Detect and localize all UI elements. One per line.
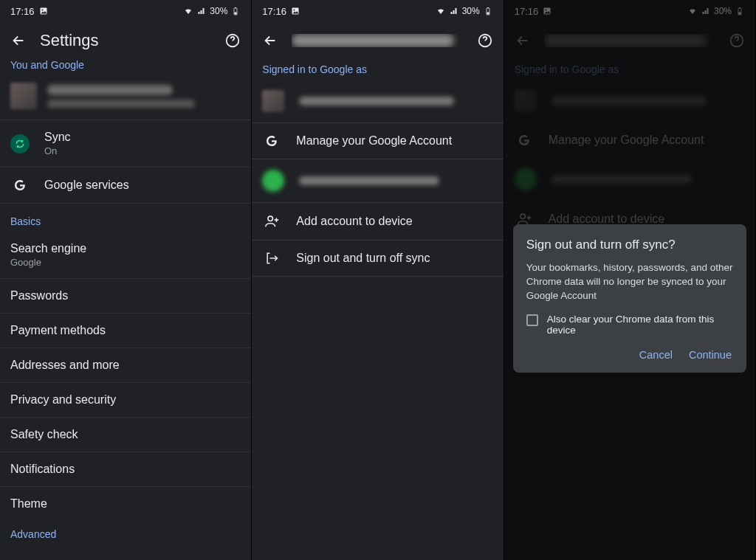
- account-email-redacted: [551, 97, 707, 106]
- page-title: Settings: [40, 31, 211, 50]
- signal-icon: [449, 7, 459, 15]
- status-battery: 30%: [462, 6, 480, 16]
- section-basics: Basics: [0, 204, 251, 232]
- battery-icon: [483, 7, 493, 15]
- avatar: [262, 90, 284, 112]
- status-time: 17:16: [515, 6, 539, 17]
- app-bar: [252, 22, 503, 59]
- row-safety-check[interactable]: Safety check: [0, 418, 251, 452]
- status-bar: 17:16 30%: [252, 0, 503, 22]
- manage-account-label: Manage your Google Account: [549, 134, 704, 147]
- other-account-redacted: [551, 175, 692, 184]
- add-account-label: Add account to device: [296, 215, 412, 228]
- person-add-icon: [264, 213, 280, 229]
- row-current-account: [504, 80, 755, 122]
- addresses-label: Addresses and more: [10, 359, 120, 372]
- row-other-account[interactable]: [252, 159, 503, 203]
- row-theme[interactable]: Theme: [0, 487, 251, 521]
- status-battery: 30%: [210, 6, 227, 16]
- section-you-and-google: You and Google: [0, 59, 251, 75]
- row-privacy[interactable]: Privacy and security: [0, 383, 251, 418]
- account-name-redacted: [47, 85, 173, 95]
- back-icon[interactable]: [262, 32, 278, 49]
- screen-signout-dialog: 17:16 30% Signed in to Google as Manage …: [504, 0, 756, 560]
- svg-rect-16: [739, 7, 740, 8]
- status-bar: 17:16 30%: [0, 0, 251, 22]
- row-payment-methods[interactable]: Payment methods: [0, 314, 251, 348]
- svg-point-12: [268, 216, 272, 221]
- wifi-icon: [183, 7, 193, 15]
- picture-icon: [543, 7, 551, 15]
- sync-sub: On: [44, 145, 71, 156]
- screen-accounts: 17:16 30% Signed in to Google as Manage …: [252, 0, 504, 560]
- sync-label: Sync: [44, 131, 71, 144]
- page-title-redacted: [544, 34, 715, 47]
- app-bar: Settings: [0, 22, 251, 59]
- account-email-redacted: [299, 97, 454, 106]
- svg-rect-17: [738, 13, 740, 15]
- dialog-body: Your bookmarks, history, passwords, and …: [526, 261, 733, 303]
- wifi-icon: [687, 7, 698, 15]
- row-manage-google-account[interactable]: Manage your Google Account: [252, 123, 503, 159]
- google-g-icon: [264, 134, 279, 148]
- row-add-account[interactable]: Add account to device: [252, 203, 503, 241]
- search-engine-label: Search engine: [10, 242, 86, 255]
- sign-out-dialog: Sign out and turn off sync? Your bookmar…: [513, 224, 746, 373]
- help-icon[interactable]: [477, 32, 493, 49]
- safety-label: Safety check: [10, 428, 78, 441]
- sign-out-label: Sign out and turn off sync: [296, 252, 430, 265]
- svg-rect-3: [235, 7, 236, 8]
- continue-button[interactable]: Continue: [689, 349, 732, 361]
- battery-icon: [230, 7, 241, 15]
- battery-icon: [735, 7, 745, 15]
- row-google-services[interactable]: Google services: [0, 167, 251, 204]
- row-current-account[interactable]: [252, 80, 503, 123]
- row-sync[interactable]: Sync On: [0, 120, 251, 167]
- picture-icon: [39, 7, 48, 15]
- privacy-label: Privacy and security: [10, 393, 116, 407]
- picture-icon: [291, 7, 300, 15]
- signed-in-header: Signed in to Google as: [504, 59, 755, 80]
- row-passwords[interactable]: Passwords: [0, 279, 251, 314]
- google-services-label: Google services: [44, 179, 129, 192]
- status-battery: 30%: [714, 6, 732, 16]
- sync-icon: [10, 134, 30, 153]
- svg-point-1: [41, 10, 43, 11]
- help-icon[interactable]: [729, 32, 745, 49]
- screen-settings: 17:16 30% Settings You and Google Syn: [0, 0, 252, 560]
- dialog-title: Sign out and turn off sync?: [526, 238, 733, 252]
- signal-icon: [701, 7, 711, 15]
- other-account-redacted: [299, 176, 439, 185]
- avatar: [515, 90, 537, 112]
- checkbox-icon[interactable]: [526, 314, 538, 326]
- help-icon[interactable]: [224, 32, 241, 49]
- back-icon[interactable]: [515, 32, 531, 49]
- row-sign-out[interactable]: Sign out and turn off sync: [252, 241, 503, 277]
- row-search-engine[interactable]: Search engine Google: [0, 232, 251, 279]
- google-g-icon: [517, 133, 532, 148]
- row-addresses[interactable]: Addresses and more: [0, 348, 251, 383]
- page-title-redacted: [292, 34, 463, 47]
- account-email-redacted: [47, 100, 195, 108]
- status-time: 17:16: [10, 6, 35, 17]
- search-engine-sub: Google: [10, 257, 86, 268]
- status-bar: 17:16 30%: [504, 0, 755, 22]
- svg-rect-4: [235, 13, 237, 15]
- svg-rect-9: [487, 7, 489, 8]
- back-icon[interactable]: [10, 32, 27, 49]
- notifications-label: Notifications: [10, 463, 75, 476]
- status-time: 17:16: [262, 6, 286, 17]
- google-g-icon: [13, 178, 27, 193]
- dialog-checkbox-row[interactable]: Also clear your Chrome data from this de…: [526, 314, 733, 336]
- signal-icon: [196, 7, 207, 15]
- payment-label: Payment methods: [10, 324, 106, 337]
- avatar: [10, 83, 37, 109]
- row-notifications[interactable]: Notifications: [0, 452, 251, 487]
- cancel-button[interactable]: Cancel: [639, 349, 673, 361]
- account-row[interactable]: [0, 75, 251, 120]
- passwords-label: Passwords: [10, 289, 68, 303]
- dialog-checkbox-label: Also clear your Chrome data from this de…: [547, 314, 733, 336]
- avatar: [515, 168, 537, 190]
- signed-in-header: Signed in to Google as: [252, 59, 503, 80]
- sign-out-icon: [264, 251, 279, 266]
